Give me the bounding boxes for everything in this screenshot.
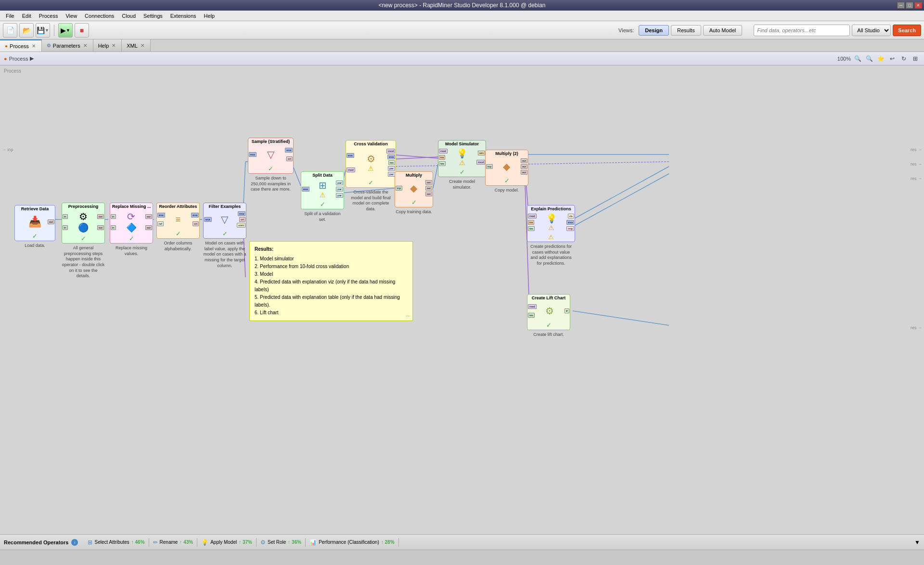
bookmark-button[interactable]: ⭐ <box>876 54 886 64</box>
stop-button[interactable]: ■ <box>75 23 89 38</box>
ports-right-replace: out out <box>145 210 153 234</box>
close-button[interactable]: ✕ <box>914 2 922 9</box>
node-title-lift: Create Lift Chart <box>527 295 570 301</box>
node-replace-missing[interactable]: Replace Missing ... in in ⟳ 🔷 out out ✓ <box>110 203 153 257</box>
xml-tab-close[interactable]: ✕ <box>140 43 145 48</box>
redo-button[interactable]: ↻ <box>899 54 909 64</box>
rename-label: Rename <box>160 539 178 545</box>
menu-view[interactable]: View <box>62 12 81 20</box>
tab-process[interactable]: ● Process ✕ <box>0 39 42 51</box>
search-input[interactable] <box>754 25 850 36</box>
parameters-tab-close[interactable]: ✕ <box>82 43 88 48</box>
op-center-lift: ⚙ <box>537 301 562 321</box>
node-multiply[interactable]: Multiply inp ◆ out out out ✓ Copy traini… <box>395 171 433 215</box>
main-canvas[interactable]: Process → inp res → res → res → res → <box>0 65 924 534</box>
restore-button[interactable]: □ <box>906 2 913 9</box>
op-center-reorder: ≡ <box>166 210 191 229</box>
node-retrieve-data[interactable]: Retrieve Data 📥 out ✓ Load data. <box>14 205 55 249</box>
svg-line-17 <box>573 174 669 227</box>
zoom-in-button[interactable]: 🔍 <box>853 54 862 64</box>
ports-left-sample: exa <box>248 145 257 164</box>
op-center-retrieve: 📥 <box>23 212 47 231</box>
menu-help[interactable]: Help <box>200 12 219 20</box>
process-header: ● Process ▶ 100% 🔍 🔍 ⭐ ↩ ↻ ⊞ <box>0 52 924 65</box>
tooltip-item-4: 4. Predicted data with explanation viz (… <box>255 278 408 294</box>
tooltip-more-button[interactable]: ... <box>406 311 410 319</box>
split-desc: Split of a validation set. <box>301 211 344 222</box>
ports-left-filter: exa <box>204 210 212 229</box>
ports-left-split: exa <box>301 179 310 200</box>
bottom-bar-chevron[interactable]: ▼ <box>914 539 920 546</box>
node-title-replace: Replace Missing ... <box>110 203 153 210</box>
node-multiply-2[interactable]: Multiply (2) inp ◆ out out out ✓ Copy mo… <box>485 150 528 193</box>
recommend-apply-model[interactable]: 💡 Apply Model ↑ 37% <box>197 538 257 547</box>
op-center-split: ⊞ ⚠ <box>310 179 336 200</box>
node-preprocessing[interactable]: Preprocessing in in ⚙ 🔵 out out ✓ All ge <box>62 203 105 279</box>
replace-status: ✓ <box>110 234 153 243</box>
select-attr-icon: ⊞ <box>88 539 92 546</box>
menu-extensions[interactable]: Extensions <box>167 12 200 20</box>
auto-model-view-button[interactable]: Auto Model <box>703 25 743 36</box>
grid-button[interactable]: ⊞ <box>911 54 920 64</box>
search-button[interactable]: Search <box>893 25 921 36</box>
crossval-status: ✓ <box>346 178 396 187</box>
node-title-preprocessing: Preprocessing <box>62 203 104 210</box>
split-status: ✓ <box>301 200 344 209</box>
process-tab-label: Process <box>10 43 29 49</box>
recommend-select-attributes[interactable]: ⊞ Select Attributes ↑ 46% <box>84 538 149 547</box>
recommend-set-role[interactable]: ⚙ Set Role ↑ 36% <box>257 538 306 547</box>
tab-bar: ● Process ✕ ⚙ Parameters ✕ Help ✕ XML ✕ <box>0 39 924 52</box>
node-sample-stratified[interactable]: Sample (Stratified) exa ▽ exa ori ✓ Samp… <box>248 138 294 193</box>
tooltip-item-1: 1. Model simulator <box>255 255 408 263</box>
run-button[interactable]: ▶▼ <box>58 23 73 38</box>
tab-xml[interactable]: XML ✕ <box>122 39 151 51</box>
recommended-ops-info-icon[interactable]: i <box>71 539 78 546</box>
menu-cloud[interactable]: Cloud <box>118 12 140 20</box>
apply-model-pct: ↑ 37% <box>239 539 252 545</box>
recommend-performance[interactable]: 📊 Performance (Classification) ↑ 28% <box>306 538 398 547</box>
minimize-button[interactable]: ─ <box>897 2 905 9</box>
menu-settings[interactable]: Settings <box>140 12 167 20</box>
node-split-data[interactable]: Split Data exa ⊞ ⚠ par par par ✓ Split o… <box>301 171 344 222</box>
menu-connections[interactable]: Connections <box>81 12 118 20</box>
search-scope-select[interactable]: All Studio <box>852 25 891 36</box>
node-lift-chart[interactable]: Create Lift Chart mod tes ⚙ lif ✓ Create… <box>527 294 570 338</box>
zoom-fit-button[interactable]: 🔍 <box>864 54 874 64</box>
tab-parameters[interactable]: ⚙ Parameters ✕ <box>42 39 93 51</box>
op-center-explain: 💡 ⚠ <box>537 212 566 232</box>
op-center-replace: ⟳ 🔷 <box>118 210 145 234</box>
node-filter-examples[interactable]: Filter Examples exa ▽ exa ori unm ✓ Mode… <box>203 203 246 269</box>
ports-right-filter: exa ori unm <box>236 210 246 229</box>
undo-button[interactable]: ↩ <box>887 54 897 64</box>
process-tab-close[interactable]: ✕ <box>31 43 37 49</box>
tab-help[interactable]: Help ✕ <box>93 39 122 51</box>
menu-process[interactable]: Process <box>35 12 62 20</box>
ports-left-model-sim: mod tra tes <box>438 147 448 167</box>
node-title-multiply2: Multiply (2) <box>486 150 528 157</box>
node-title-crossval: Cross Validation <box>346 141 396 147</box>
ports-left-retrieve <box>15 212 23 231</box>
results-view-button[interactable]: Results <box>671 25 701 36</box>
node-title-multiply: Multiply <box>395 172 433 179</box>
recommended-operators-bar: Recommended Operators i ⊞ Select Attribu… <box>0 534 924 550</box>
node-reorder-attributes[interactable]: Reorder Attributes exa ref ≡ exa ori ✓ O… <box>156 203 200 252</box>
save-button[interactable]: 💾▼ <box>36 23 50 38</box>
process-breadcrumb-icon: ● <box>4 56 7 62</box>
open-button[interactable]: 📂 <box>19 23 34 38</box>
node-explain-predictions[interactable]: Explain Predictions mod tra tes 💡 ⚠ vis … <box>527 205 575 267</box>
node-cross-validation[interactable]: Cross Validation exa mod ⚙ ⚠ mod exa tes… <box>346 140 396 212</box>
menu-edit[interactable]: Edit <box>18 12 35 20</box>
tooltip-item-5: 5. Predicted data with explanation table… <box>255 294 408 309</box>
node-model-simulator[interactable]: Model Simulator mod tra tes 💡 ⚠ sim mod … <box>438 140 486 190</box>
menu-file[interactable]: File <box>2 12 18 20</box>
design-view-button[interactable]: Design <box>639 25 669 36</box>
help-tab-close[interactable]: ✕ <box>111 43 116 48</box>
ports-left-multiply: inp <box>395 179 403 198</box>
ports-left-crossval: exa mod <box>346 147 356 178</box>
new-button[interactable]: 📄 <box>3 23 17 38</box>
op-center-preprocessing: ⚙ 🔵 <box>70 210 97 234</box>
zoom-level: 100% <box>837 56 851 62</box>
set-role-icon: ⚙ <box>260 539 266 546</box>
apply-model-label: Apply Model <box>210 539 237 545</box>
recommend-rename[interactable]: ✏ Rename ↑ 43% <box>149 538 198 547</box>
